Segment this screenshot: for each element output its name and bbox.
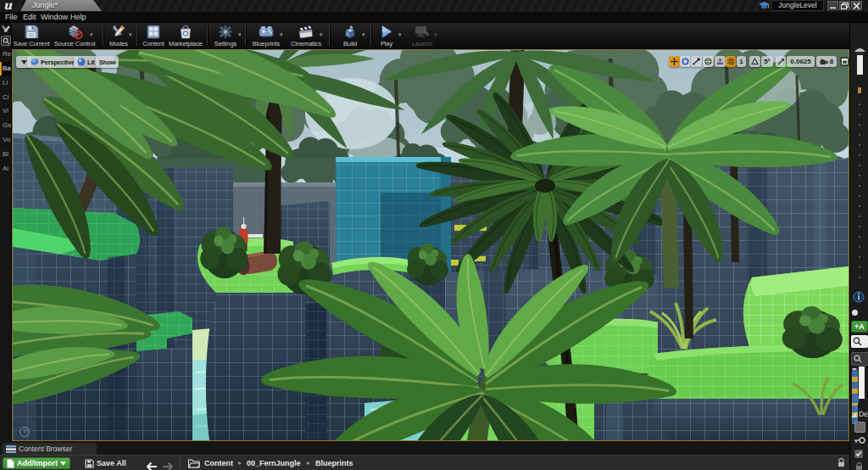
camera-speed-button[interactable]: 8 <box>816 56 837 67</box>
place-category-basic[interactable]: Ba <box>0 62 11 76</box>
folder-icon <box>188 459 200 468</box>
place-category-visual[interactable]: Vi <box>0 104 11 118</box>
perspective-icon <box>31 58 39 66</box>
tutorial-cap-icon[interactable] <box>759 2 770 10</box>
unreal-logo-icon: u <box>3 0 20 13</box>
grid-snap-button[interactable] <box>726 56 736 67</box>
add-import-caret <box>60 462 66 466</box>
place-category-cinematic[interactable]: Ci <box>0 91 11 104</box>
marketplace-button[interactable]: Marketplace <box>165 24 206 48</box>
title-bar: u Jungle* JungleLevel <box>0 0 868 12</box>
close-button[interactable] <box>851 1 862 10</box>
content-browser-tab[interactable]: Content Browser <box>2 443 97 455</box>
add-import-icon <box>7 459 14 468</box>
rotation-snap-value[interactable]: 5° <box>761 56 773 67</box>
settings-icon <box>217 24 234 40</box>
main-toolbar: Save Current Source Control ▾ Modes ▾ <box>12 23 868 49</box>
menu-bar: File Edit Window Help <box>0 12 868 23</box>
expander-icon: ◢ <box>851 410 857 418</box>
restore-button[interactable] <box>839 1 850 10</box>
clip-icon[interactable] <box>855 462 863 470</box>
breadcrumb-blueprints[interactable]: Blueprints <box>315 457 353 469</box>
rotate-tool-button[interactable] <box>680 56 691 67</box>
viewport-viewmode-button[interactable]: Lit <box>74 56 98 68</box>
viewport-camera-button[interactable]: Perspective <box>27 56 78 68</box>
folder-row-clipped <box>852 396 859 403</box>
place-category-recent[interactable]: Re <box>0 48 11 61</box>
right-scrollbar-thumb[interactable] <box>857 55 863 75</box>
place-category-volumes[interactable]: Vo <box>0 133 11 147</box>
project-tab[interactable]: Jungle* <box>20 0 102 11</box>
panel-cap-icon <box>854 47 866 55</box>
settings-button[interactable]: Settings <box>210 24 241 48</box>
level-viewport[interactable]: Perspective Lit Show <box>12 49 849 441</box>
content-browser-region: Content Browser Add/Import Save All <box>0 441 849 470</box>
save-all-icon <box>85 459 94 468</box>
add-button-clipped[interactable]: +A <box>851 321 868 333</box>
minimize-button[interactable] <box>827 1 838 10</box>
add-import-button[interactable]: Add/Import <box>3 457 70 469</box>
content-browser-toolbar: Add/Import Save All Content ▸ 00_FernJun… <box>0 455 849 470</box>
save-current-button[interactable]: Save Current <box>12 24 51 48</box>
breadcrumb-sep2: ▸ <box>307 457 310 469</box>
build-caret[interactable]: ▾ <box>362 31 368 37</box>
place-category-lights[interactable]: Li <box>0 76 11 90</box>
checkbox-checked[interactable] <box>854 450 863 458</box>
move-tool-button[interactable] <box>669 56 680 67</box>
place-category-geometry[interactable]: Ge <box>0 119 11 132</box>
source-control-icon <box>65 24 84 40</box>
build-button[interactable]: Build <box>336 24 364 48</box>
info-icon <box>853 291 865 303</box>
breadcrumb-sep: ▸ <box>238 457 242 469</box>
breadcrumb-content[interactable]: Content <box>204 457 233 469</box>
blueprints-caret[interactable]: ▾ <box>280 31 286 37</box>
key-icon[interactable] <box>854 437 865 445</box>
content-browser-icon <box>6 445 16 453</box>
place-actors-search[interactable] <box>1 36 11 46</box>
modes-caret[interactable]: ▾ <box>129 31 135 37</box>
save-all-button[interactable]: Save All <box>85 457 126 469</box>
menu-window[interactable]: Window <box>41 12 68 23</box>
place-category-blueprints[interactable]: Bl <box>0 148 11 161</box>
nav-back-button[interactable] <box>147 459 158 470</box>
place-category-all[interactable]: Al <box>0 162 11 176</box>
radio-dot[interactable] <box>852 310 858 316</box>
right-panel-marker <box>858 87 861 93</box>
scale-snap-button[interactable] <box>776 56 786 67</box>
level-name-badge: JungleLevel <box>771 0 824 11</box>
nav-forward-button[interactable] <box>162 459 173 470</box>
scale-snap-value[interactable]: 0.0625 <box>787 56 815 67</box>
modes-panel-icon <box>1 25 11 35</box>
square-button[interactable] <box>854 422 865 433</box>
viewport-help-icon[interactable]: ? <box>19 427 30 437</box>
save-icon <box>23 24 40 40</box>
menu-file[interactable]: File <box>5 12 18 23</box>
menu-edit[interactable]: Edit <box>23 12 36 23</box>
search-box-clipped-2[interactable] <box>851 352 868 366</box>
viewport-show-button[interactable]: Show <box>96 56 119 68</box>
launch-icon <box>413 24 431 40</box>
lock-icon[interactable] <box>837 458 845 467</box>
settings-caret[interactable]: ▾ <box>238 31 244 37</box>
grid-snap-value[interactable]: 1 <box>737 56 746 67</box>
content-icon <box>145 24 162 40</box>
breadcrumb-fernjungle[interactable]: 00_FernJungle <box>247 457 301 469</box>
world-coord-button[interactable] <box>703 56 714 67</box>
play-button[interactable]: Play <box>375 24 398 48</box>
maximize-viewport-button[interactable] <box>840 57 849 66</box>
scale-tool-button[interactable] <box>691 56 702 67</box>
rotation-snap-button[interactable] <box>749 56 760 67</box>
search-box-clipped[interactable] <box>851 335 868 348</box>
cinematics-icon <box>297 24 315 40</box>
blueprints-icon <box>257 24 275 40</box>
viewport-scene <box>13 50 849 440</box>
right-dotted-track <box>859 104 860 282</box>
cinematics-caret[interactable]: ▾ <box>320 31 326 37</box>
right-scrollbar-thumb-2[interactable] <box>859 366 865 399</box>
play-caret[interactable]: ▾ <box>398 31 404 37</box>
details-tab-clipped[interactable]: ◢ De <box>851 409 868 419</box>
launch-caret[interactable]: ▾ <box>434 31 440 37</box>
source-control-caret[interactable]: ▾ <box>90 31 96 37</box>
menu-help[interactable]: Help <box>70 12 86 23</box>
surface-snap-button[interactable] <box>715 56 726 67</box>
